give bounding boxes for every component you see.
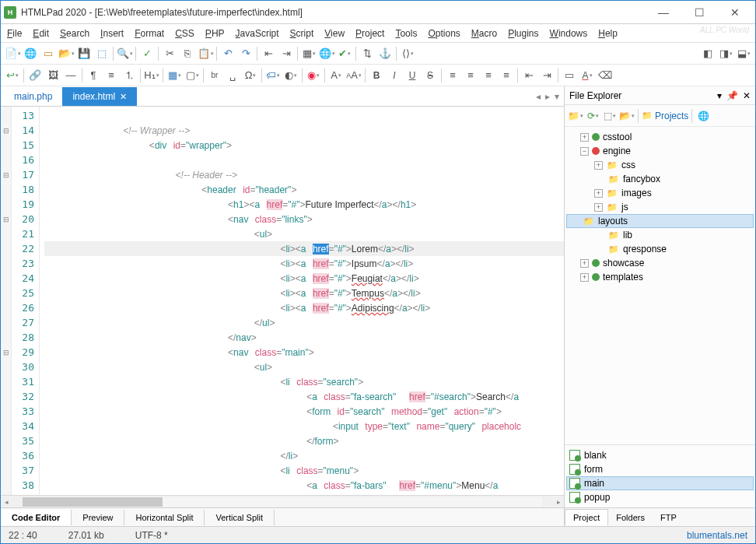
paste-icon[interactable]: 📋 [197, 45, 214, 62]
menu-options[interactable]: Options [428, 28, 460, 39]
projects-link[interactable]: 📁 Projects [642, 111, 688, 121]
tree-item-engine[interactable]: −engine [566, 144, 754, 158]
css-icon[interactable]: ◐ [282, 67, 299, 84]
form-icon[interactable]: ▢ [184, 67, 201, 84]
panel-left-icon[interactable]: ◧ [699, 45, 716, 62]
close-button[interactable]: ✕ [724, 5, 746, 20]
tab-next-icon[interactable]: ▸ [545, 91, 550, 102]
menu-insert[interactable]: Insert [100, 28, 124, 39]
view-tab-horizontal-split[interactable]: Horizontal Split [124, 510, 205, 525]
indent-right-icon[interactable]: ⇥ [278, 45, 295, 62]
align-left-icon[interactable]: ≡ [444, 67, 461, 84]
ftp-icon[interactable]: ⇅ [359, 45, 376, 62]
tree-item-lib[interactable]: 📁lib [566, 228, 754, 242]
view-tab-code-editor[interactable]: Code Editor [1, 510, 72, 525]
tree-item-showcase[interactable]: +showcase [566, 256, 754, 270]
cut-icon[interactable]: ✂ [161, 45, 178, 62]
menu-plugins[interactable]: Plugins [508, 28, 538, 39]
tree-item-css[interactable]: +📁css [566, 158, 754, 172]
minimize-button[interactable]: — [653, 5, 674, 20]
underline-icon[interactable]: U [404, 67, 421, 84]
tree-item-layouts[interactable]: 📁layouts [566, 214, 754, 228]
brand-link[interactable]: blumentals.net [687, 530, 747, 541]
panel-tab-ftp[interactable]: FTP [653, 510, 684, 525]
heading-icon[interactable]: H₁ [143, 67, 160, 84]
tree-item-qresponse[interactable]: 📁qresponse [566, 242, 754, 256]
hr-icon[interactable]: — [62, 67, 79, 84]
bold-icon[interactable]: B [368, 67, 385, 84]
refresh-icon[interactable]: ⟳ [585, 108, 600, 124]
file-item-form[interactable]: form [566, 462, 754, 476]
align-right-icon[interactable]: ≡ [480, 67, 497, 84]
undo-icon[interactable]: ↶ [219, 45, 236, 62]
menu-help[interactable]: Help [598, 28, 618, 39]
file-item-blank[interactable]: blank [566, 448, 754, 462]
tree-item-js[interactable]: +📁js [566, 200, 754, 214]
save-all-icon[interactable]: ⬚ [93, 45, 110, 62]
tag-icon[interactable]: 🏷 [264, 67, 282, 84]
align-center-icon[interactable]: ≡ [462, 67, 479, 84]
preview-icon[interactable]: ▦ [300, 45, 317, 62]
italic-icon[interactable]: I [386, 67, 403, 84]
copy-icon[interactable]: ⎘ [179, 45, 196, 62]
menu-windows[interactable]: Windows [550, 28, 588, 39]
file-tab-active[interactable]: index.html ✕ [62, 87, 137, 106]
horizontal-scrollbar[interactable]: ◂ ▸ [1, 495, 564, 507]
view-tab-preview[interactable]: Preview [72, 510, 124, 525]
tree-item-images[interactable]: +📁images [566, 186, 754, 200]
menu-javascript[interactable]: JavaScript [236, 28, 279, 39]
open-folder-icon[interactable]: 📂 [619, 108, 635, 124]
maximize-button[interactable]: ☐ [688, 5, 710, 20]
file-item-main[interactable]: main [566, 476, 754, 490]
menu-format[interactable]: Format [135, 28, 164, 39]
globe-icon[interactable]: 🌐 [695, 108, 711, 124]
indent-left-icon[interactable]: ⇤ [260, 45, 277, 62]
redo-icon[interactable]: ↷ [237, 45, 254, 62]
outdent-icon[interactable]: ⇤ [520, 67, 537, 84]
validate-icon[interactable]: ✔ [336, 45, 353, 62]
menu-view[interactable]: View [324, 28, 345, 39]
panel-right-icon[interactable]: ◨ [717, 45, 734, 62]
scroll-thumb[interactable] [23, 497, 163, 507]
table-icon[interactable]: ▦ [166, 67, 183, 84]
folder-tree[interactable]: +csstool−engine+📁css📁fancybox+📁images+📁j… [565, 127, 755, 444]
panel-menu-icon[interactable]: ▾ [717, 90, 722, 101]
ol-icon[interactable]: ⒈ [121, 67, 138, 84]
menu-edit[interactable]: Edit [33, 28, 49, 39]
br-icon[interactable]: br [206, 67, 223, 84]
ul-icon[interactable]: ≡ [103, 67, 120, 84]
tree-item-fancybox[interactable]: 📁fancybox [566, 172, 754, 186]
image-icon[interactable]: 🖼 [44, 67, 61, 84]
panel-close-icon[interactable]: ✕ [743, 90, 751, 101]
font-icon[interactable]: A [327, 67, 345, 84]
menu-macro[interactable]: Macro [471, 28, 497, 39]
fold-column[interactable]: ⊟⊟⊟⊟ [1, 107, 12, 495]
div-icon[interactable]: ▭ [561, 67, 578, 84]
p-icon[interactable]: ¶ [85, 67, 102, 84]
panel-bottom-icon[interactable]: ⬓ [735, 45, 752, 62]
new-web-icon[interactable]: 🌐 [22, 45, 39, 62]
tab-close-icon[interactable]: ✕ [120, 92, 127, 102]
menu-search[interactable]: Search [60, 28, 89, 39]
anchor-icon[interactable]: ⚓ [376, 45, 394, 62]
code-content[interactable]: <!-- Wrapper --> <div id="wrapper"> <!--… [40, 107, 564, 495]
spellcheck-icon[interactable]: ✓ [138, 45, 156, 62]
menu-css[interactable]: CSS [175, 28, 194, 39]
code-editor[interactable]: ⊟⊟⊟⊟ 13141516171819202122232425262728293… [1, 107, 564, 495]
browser-icon[interactable]: 🌐 [318, 45, 335, 62]
menu-php[interactable]: PHP [205, 28, 225, 39]
nbsp-icon[interactable]: ␣ [224, 67, 241, 84]
save-icon[interactable]: 💾 [75, 45, 93, 62]
view-mode-icon[interactable]: ⬚ [602, 108, 618, 124]
indent-icon[interactable]: ⇥ [538, 67, 555, 84]
new-file-icon[interactable]: 📄 [4, 45, 21, 62]
open-file-icon[interactable]: ▭ [40, 45, 57, 62]
tree-item-templates[interactable]: +templates [566, 270, 754, 284]
view-tab-vertical-split[interactable]: Vertical Split [205, 510, 275, 525]
font-size-icon[interactable]: AA [345, 67, 362, 84]
clear-format-icon[interactable]: ⌫ [597, 67, 614, 84]
strike-icon[interactable]: S [422, 67, 439, 84]
scroll-right-icon[interactable]: ▸ [553, 498, 564, 506]
color-icon[interactable]: ◉ [305, 67, 322, 84]
format-icon[interactable]: ⟨⟩ [399, 45, 416, 62]
